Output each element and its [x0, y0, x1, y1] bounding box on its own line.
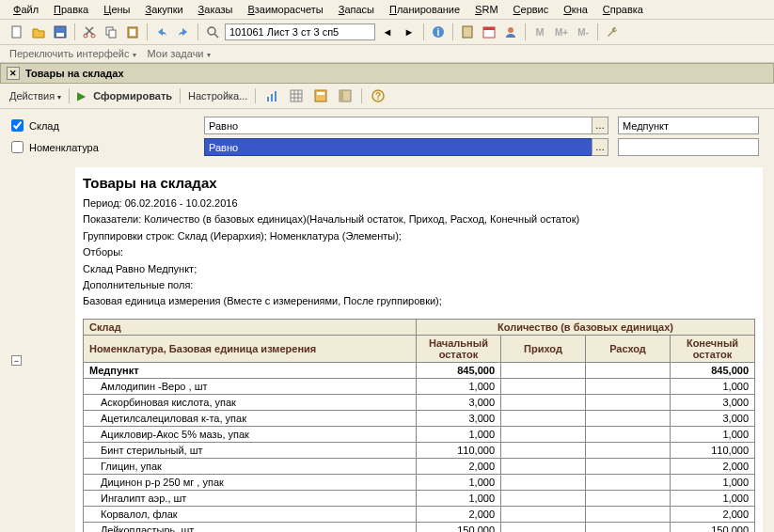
redo-icon[interactable]: [174, 23, 193, 41]
layout-icon[interactable]: [312, 87, 329, 104]
table-row[interactable]: Амлодипин -Веро , шт1,0001,000: [84, 378, 755, 394]
report-grouping: Группировки строк: Склад (Иерархия); Ном…: [75, 229, 763, 245]
table-body: Медпункт845,000845,000Амлодипин -Веро , …: [84, 362, 755, 532]
save-icon[interactable]: [51, 23, 70, 41]
calc-icon[interactable]: [458, 23, 477, 41]
outline-gutter: −: [0, 167, 38, 532]
switch-interface-link[interactable]: Переключить интерфейс ▾: [9, 48, 136, 59]
th-out: Расход: [586, 335, 671, 362]
svg-point-15: [508, 27, 513, 33]
menu-item[interactable]: Закупки: [139, 2, 188, 17]
report-filters-lbl: Отборы:: [75, 245, 763, 261]
report-addl-line: Базовая единица измерения (Вместе с изме…: [75, 294, 763, 310]
new-doc-icon[interactable]: [8, 23, 26, 41]
filter-sklad-label: Склад: [29, 120, 198, 132]
svg-rect-6: [109, 30, 116, 38]
table-row[interactable]: Бинт стерильный, шт110,000110,000: [84, 442, 755, 458]
th-start: Начальный остаток: [417, 335, 501, 362]
filter-nomen-op-btn[interactable]: …: [592, 138, 608, 156]
menu-item[interactable]: Справка: [597, 2, 649, 17]
th-sklad: Склад: [84, 319, 417, 335]
menu-item[interactable]: Заказы: [193, 2, 239, 17]
action-bar: Действия ▾ ▶ Сформировать Настройка... ?: [0, 84, 774, 109]
menu-item[interactable]: Запасы: [333, 2, 380, 17]
svg-rect-23: [340, 90, 343, 102]
filter-nomen-check[interactable]: [11, 141, 24, 153]
m-plus-btn[interactable]: M+: [552, 23, 571, 41]
nav-fwd-icon[interactable]: ►: [400, 23, 419, 41]
svg-rect-16: [267, 97, 269, 102]
table-row[interactable]: Глицин, упак2,0002,000: [84, 458, 755, 474]
undo-icon[interactable]: [152, 23, 171, 41]
my-tasks-link[interactable]: Мои задачи ▾: [148, 48, 211, 59]
filter-sklad-op-btn[interactable]: …: [592, 117, 608, 134]
table-row-group[interactable]: Медпункт845,000845,000: [84, 362, 755, 378]
menu-item[interactable]: Планирование: [384, 2, 466, 17]
filter-nomen-val[interactable]: [618, 138, 759, 156]
nav-back-icon[interactable]: ◄: [378, 23, 397, 41]
table-row[interactable]: Лейкопластырь, шт150,000150,000: [84, 522, 755, 532]
th-end: Конечный остаток: [671, 335, 755, 362]
cut-icon[interactable]: [80, 23, 99, 41]
menu-item[interactable]: SRM: [469, 2, 503, 17]
close-icon[interactable]: ✕: [7, 67, 20, 80]
help-icon[interactable]: i: [429, 23, 448, 41]
collapse-icon[interactable]: −: [11, 355, 22, 366]
filter-nomen-label: Номенклатура: [29, 142, 198, 153]
copy-icon[interactable]: [102, 23, 120, 41]
switch-bar: Переключить интерфейс ▾ Мои задачи ▾: [0, 45, 774, 63]
open-icon[interactable]: [29, 23, 48, 41]
m-minus-btn[interactable]: M-: [574, 23, 592, 41]
table-row[interactable]: Ацикловир-Акос 5% мазь, упак1,0001,000: [84, 426, 755, 442]
menu-item[interactable]: Файл: [8, 2, 44, 17]
location-input[interactable]: [225, 23, 375, 40]
svg-rect-20: [315, 90, 326, 102]
svg-rect-17: [271, 94, 273, 102]
th-in: Приход: [501, 335, 586, 362]
svg-rect-8: [130, 29, 135, 36]
svg-rect-14: [483, 27, 495, 30]
svg-rect-0: [12, 26, 21, 38]
report-indicators: Показатели: Количество (в базовых единиц…: [75, 212, 763, 228]
main-toolbar: ◄ ► i M M+ M-: [0, 20, 774, 45]
report-title: Товары на складах: [75, 169, 763, 196]
m-btn[interactable]: M: [530, 23, 549, 41]
user-icon[interactable]: [501, 23, 520, 41]
report-filter-line: Склад Равно Медпункт;: [75, 262, 763, 278]
svg-text:?: ?: [375, 91, 381, 102]
form-button[interactable]: Сформировать: [93, 90, 172, 102]
chart-icon[interactable]: [263, 87, 280, 104]
window-titlebar: ✕ Товары на складах: [0, 63, 774, 84]
th-nomen: Номенклатура, Базовая единица измерения: [84, 335, 417, 362]
calendar-icon[interactable]: [480, 23, 498, 41]
svg-rect-18: [275, 91, 276, 102]
filter-sklad-check[interactable]: [11, 119, 24, 132]
menu-item[interactable]: Цены: [98, 2, 135, 17]
filter-sklad-val[interactable]: [618, 117, 759, 134]
table-row[interactable]: Ацетилсалециловая к-та, упак3,0003,000: [84, 410, 755, 426]
report-period: Период: 06.02.2016 - 10.02.2016: [75, 196, 763, 212]
menu-item[interactable]: Правка: [48, 2, 94, 17]
wrench-icon[interactable]: [603, 23, 622, 41]
menu-item[interactable]: Взаиморасчеты: [242, 2, 328, 17]
paste-icon[interactable]: [123, 23, 142, 41]
help-icon-2[interactable]: ?: [370, 87, 387, 104]
table-row[interactable]: Аскорбиновая кислота, упак3,0003,000: [84, 394, 755, 410]
table-row[interactable]: Ингалипт аэр., шт1,0001,000: [84, 490, 755, 506]
svg-rect-2: [56, 33, 64, 37]
table-row[interactable]: Дицинон р-р 250 мг , упак1,0001,000: [84, 474, 755, 490]
report-body: Товары на складах Период: 06.02.2016 - 1…: [75, 167, 763, 532]
menu-item[interactable]: Окна: [558, 2, 593, 17]
menu-item[interactable]: Сервис: [508, 2, 555, 17]
search-icon[interactable]: [203, 23, 222, 41]
filter-sklad-op[interactable]: [204, 117, 592, 134]
filter-nomen-op[interactable]: [204, 138, 592, 156]
svg-rect-12: [463, 26, 472, 38]
report-addl: Дополнительные поля:: [75, 278, 763, 294]
svg-rect-21: [317, 92, 324, 95]
table-row[interactable]: Корвалол, флак2,0002,000: [84, 506, 755, 522]
panel-icon[interactable]: [337, 87, 354, 104]
actions-menu[interactable]: Действия ▾: [9, 90, 61, 102]
settings-button[interactable]: Настройка...: [188, 90, 247, 102]
grid-icon[interactable]: [288, 87, 305, 104]
